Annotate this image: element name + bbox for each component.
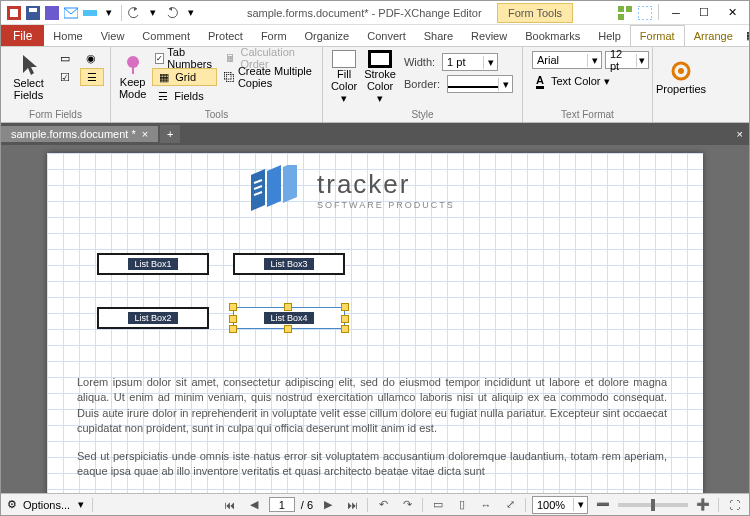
tab-form[interactable]: Form	[252, 25, 296, 46]
ribbon: Select Fields ▭ ☑ ◉ ☰ Form Fields Keep M…	[1, 47, 749, 123]
ribbon-group-properties: Properties	[653, 47, 723, 122]
tab-arrange[interactable]: Arrange	[685, 25, 742, 46]
redo-dropdown-icon[interactable]: ▾	[182, 4, 200, 22]
options-button[interactable]: Options...	[23, 499, 70, 511]
document-tab[interactable]: sample.forms.document *×	[1, 126, 158, 142]
fullscreen-button[interactable]: ⛶	[725, 497, 743, 513]
listbox-2[interactable]: List Box2	[97, 307, 209, 329]
tab-format[interactable]: Format	[630, 25, 685, 46]
zoom-page-button[interactable]: ⤢	[501, 497, 519, 513]
fields-button[interactable]: ☴Fields	[152, 87, 217, 105]
resize-handle-s[interactable]	[284, 325, 292, 333]
first-page-button[interactable]: ⏮	[221, 497, 239, 513]
resize-handle-w[interactable]	[229, 315, 237, 323]
keep-mode-button[interactable]: Keep Mode	[117, 49, 148, 105]
checkbox-field-button[interactable]: ☑	[54, 68, 76, 86]
titlebar: ▾ ▾ ▾ sample.forms.document* - PDF-XChan…	[1, 1, 749, 25]
resize-handle-sw[interactable]	[229, 325, 237, 333]
svg-point-14	[678, 68, 684, 74]
tab-close-icon[interactable]: ×	[142, 128, 148, 140]
tab-comment[interactable]: Comment	[133, 25, 199, 46]
nav-fwd-button[interactable]: ↷	[398, 497, 416, 513]
zoom-dropdown[interactable]: 100%▾	[532, 496, 588, 514]
tab-organize[interactable]: Organize	[296, 25, 359, 46]
minimize-button[interactable]: ─	[663, 4, 689, 22]
tab-bookmarks[interactable]: Bookmarks	[516, 25, 589, 46]
pin-icon	[122, 54, 144, 76]
resize-handle-e[interactable]	[341, 315, 349, 323]
zoom-out-button[interactable]: ➖	[594, 497, 612, 513]
select-fields-button[interactable]: Select Fields	[7, 49, 50, 105]
create-copies-button[interactable]: ⿻Create Multiple Copies	[221, 68, 316, 86]
grid-icon: ▦	[156, 69, 172, 85]
listbox-3[interactable]: List Box3	[233, 253, 345, 275]
save-as-icon[interactable]	[43, 4, 61, 22]
tab-share[interactable]: Share	[415, 25, 462, 46]
last-page-button[interactable]: ⏭	[343, 497, 361, 513]
qat-dropdown-icon[interactable]: ▾	[100, 4, 118, 22]
grid-toggle[interactable]: ▦Grid	[152, 68, 217, 86]
tab-view[interactable]: View	[92, 25, 134, 46]
listbox-field-button[interactable]: ☰	[80, 68, 104, 86]
prev-page-button[interactable]: ◀	[245, 497, 263, 513]
contextual-tab-label: Form Tools	[497, 3, 573, 23]
font-dropdown[interactable]: Arial▾	[532, 51, 602, 69]
gear-icon[interactable]: ⚙	[7, 498, 17, 511]
resize-handle-nw[interactable]	[229, 303, 237, 311]
zoom-actual-button[interactable]: ▭	[429, 497, 447, 513]
resize-handle-se[interactable]	[341, 325, 349, 333]
text-field-button[interactable]: ▭	[54, 49, 76, 67]
text-color-button[interactable]: AText Color ▾	[529, 72, 652, 90]
fields-icon: ☴	[155, 88, 171, 104]
logo-icon	[247, 165, 307, 213]
radio-field-button[interactable]: ◉	[80, 49, 104, 67]
listbox-1[interactable]: List Box1	[97, 253, 209, 275]
logo-name: tracker	[317, 169, 455, 200]
stroke-color-swatch	[368, 50, 392, 68]
tab-home[interactable]: Home	[44, 25, 91, 46]
scan-icon[interactable]	[81, 4, 99, 22]
zoom-slider[interactable]	[618, 503, 688, 507]
close-all-button[interactable]: ×	[731, 128, 749, 140]
text-color-icon: A	[532, 73, 548, 89]
checked-icon: ✓	[155, 53, 164, 64]
stroke-color-button[interactable]: Stroke Color▾	[363, 49, 397, 105]
undo-dropdown-icon[interactable]: ▾	[144, 4, 162, 22]
undo-icon[interactable]	[125, 4, 143, 22]
tab-help[interactable]: Help	[589, 25, 630, 46]
tab-numbers-toggle[interactable]: ✓Tab Numbers	[152, 49, 217, 67]
zoom-width-button[interactable]: ↔	[477, 497, 495, 513]
page-input[interactable]	[269, 497, 295, 512]
mail-icon[interactable]	[62, 4, 80, 22]
zoom-fit-button[interactable]: ▯	[453, 497, 471, 513]
tab-protect[interactable]: Protect	[199, 25, 252, 46]
maximize-button[interactable]: ☐	[691, 4, 717, 22]
zoom-in-button[interactable]: ➕	[694, 497, 712, 513]
ui-options-icon[interactable]	[616, 4, 634, 22]
svg-rect-6	[83, 10, 97, 16]
next-page-button[interactable]: ▶	[319, 497, 337, 513]
svg-rect-1	[10, 9, 18, 17]
redo-icon[interactable]	[163, 4, 181, 22]
listbox-4-selected[interactable]: List Box4	[233, 307, 345, 329]
new-tab-button[interactable]: +	[160, 125, 180, 143]
launch-icon[interactable]	[636, 4, 654, 22]
fontsize-dropdown[interactable]: 12 pt▾	[605, 51, 649, 69]
nav-back-button[interactable]: ↶	[374, 497, 392, 513]
border-dropdown[interactable]: ▾	[447, 75, 513, 93]
app-icon[interactable]	[5, 4, 23, 22]
tab-convert[interactable]: Convert	[358, 25, 415, 46]
resize-handle-ne[interactable]	[341, 303, 349, 311]
file-tab[interactable]: File	[1, 25, 44, 46]
save-icon[interactable]	[24, 4, 42, 22]
width-dropdown[interactable]: 1 pt▾	[442, 53, 498, 71]
ribbon-group-style: Fill Color▾ Stroke Color▾ Width: 1 pt▾ B…	[323, 47, 523, 122]
document-canvas[interactable]: tracker SOFTWARE PRODUCTS List Box1 List…	[1, 145, 749, 493]
resize-handle-n[interactable]	[284, 303, 292, 311]
fill-color-button[interactable]: Fill Color▾	[329, 49, 359, 105]
close-button[interactable]: ✕	[719, 4, 745, 22]
tab-review[interactable]: Review	[462, 25, 516, 46]
svg-rect-12	[132, 66, 134, 74]
quick-launch-icon[interactable]: ▦	[742, 27, 750, 45]
properties-button[interactable]: Properties	[659, 49, 703, 105]
